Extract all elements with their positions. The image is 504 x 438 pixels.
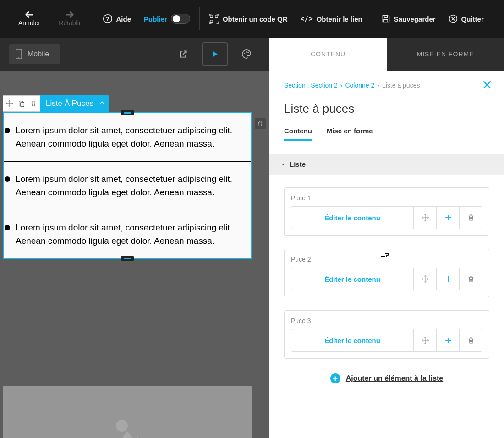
qr-button[interactable]: Obtenir un code QR [203, 14, 294, 24]
bullet-icon [5, 225, 10, 230]
plus-icon [444, 336, 452, 345]
svg-text:?: ? [106, 16, 110, 22]
save-button[interactable]: Sauvegarder [375, 14, 442, 23]
resize-handle-top[interactable] [121, 110, 134, 115]
puce-card-1: Puce 1 Éditer le contenu [284, 187, 489, 236]
redo-label: Rétablir [59, 19, 81, 27]
add-list-item-label: Ajouter un élément à la liste [346, 374, 444, 383]
add-puce-button[interactable] [436, 268, 459, 290]
section-header-list[interactable]: Liste [269, 154, 504, 175]
properties-panel: CONTENU MISE EN FORME Section : Section … [269, 38, 504, 438]
copy-icon[interactable] [18, 100, 25, 107]
move-icon[interactable] [6, 100, 13, 107]
publish-toggle[interactable]: Publier [137, 14, 197, 24]
undo-button[interactable]: Annuler [9, 7, 49, 30]
trash-icon [257, 120, 264, 127]
close-panel-button[interactable] [481, 79, 493, 93]
preview-button[interactable] [202, 42, 228, 66]
move-icon [421, 214, 429, 222]
add-list-item-button[interactable]: + Ajouter un élément à la liste [284, 373, 489, 383]
close-circle-icon [449, 14, 458, 23]
inner-tab-content[interactable]: Contenu [284, 127, 312, 141]
trash-icon[interactable] [30, 100, 37, 107]
resize-handle-bottom[interactable] [121, 256, 134, 261]
link-button[interactable]: </> Obtenir le lien [294, 15, 369, 23]
add-puce-button[interactable] [436, 207, 459, 229]
chevron-up-icon[interactable] [99, 99, 109, 108]
mobile-view-button[interactable]: Mobile [9, 44, 60, 64]
svg-rect-2 [210, 15, 213, 18]
help-button[interactable]: ? Aide [96, 14, 138, 24]
quit-button[interactable]: Quitter [442, 14, 490, 23]
bullet-icon [5, 128, 10, 133]
breadcrumb: Section : Section 2 › Colonne 2 › Liste … [284, 82, 489, 89]
svg-point-7 [18, 57, 19, 58]
save-label: Sauvegarder [394, 15, 436, 23]
tab-format[interactable]: MISE EN FORME [387, 38, 504, 71]
svg-point-9 [246, 51, 247, 52]
section-header-label: Liste [290, 160, 306, 168]
breadcrumb-section[interactable]: Section : Section 2 [284, 82, 338, 89]
external-button[interactable] [174, 45, 192, 63]
divider [199, 7, 200, 30]
delete-element-button[interactable] [255, 118, 266, 129]
save-icon [381, 14, 390, 23]
redo-button[interactable]: Rétablir [49, 7, 90, 30]
svg-rect-12 [20, 102, 24, 106]
delete-puce-button[interactable] [459, 207, 482, 229]
palette-button[interactable] [237, 45, 256, 63]
inner-tab-format[interactable]: Mise en forme [327, 127, 373, 141]
move-puce-button[interactable] [413, 329, 436, 351]
svg-point-8 [244, 53, 245, 54]
divider [93, 7, 93, 30]
move-icon [421, 275, 429, 283]
svg-rect-3 [210, 20, 213, 23]
move-icon [421, 336, 429, 345]
edit-content-button[interactable]: Éditer le contenu [291, 268, 413, 290]
puce-card-3: Puce 3 Éditer le contenu [284, 310, 489, 359]
breadcrumb-column[interactable]: Colonne 2 [345, 82, 374, 89]
move-puce-button[interactable] [413, 207, 436, 229]
selected-element[interactable]: Lorem ipsum dolor sit amet, consectetuer… [3, 112, 252, 259]
quit-label: Quitter [461, 15, 484, 23]
plus-icon [444, 214, 452, 222]
add-puce-button[interactable] [436, 329, 459, 351]
view-bar: Mobile [0, 38, 269, 71]
link-label: Obtenir le lien [317, 15, 362, 23]
mobile-icon [16, 49, 22, 59]
panel-title: Liste à puces [284, 102, 489, 116]
cursor-icon [380, 249, 389, 260]
external-icon [179, 49, 188, 59]
list-item-text: Lorem ipsum dolor sit amet, consectetuer… [16, 124, 247, 150]
top-toolbar: Annuler Rétablir ? Aide Publier Obtenir … [0, 0, 504, 38]
canvas: Mobile Liste À Puces [0, 38, 269, 438]
chevron-down-icon [280, 162, 286, 167]
edit-content-button[interactable]: Éditer le contenu [291, 207, 413, 229]
code-icon: </> [301, 15, 313, 23]
help-icon: ? [103, 14, 113, 24]
edit-content-button[interactable]: Éditer le contenu [291, 329, 413, 351]
undo-icon [24, 11, 34, 18]
undo-label: Annuler [18, 19, 40, 27]
list-item-text: Lorem ipsum dolor sit amet, consectetuer… [16, 221, 247, 247]
plus-circle-icon: + [330, 373, 340, 383]
redo-icon [65, 11, 75, 18]
element-label-chip[interactable]: Liste À Puces [3, 95, 109, 112]
tab-content[interactable]: CONTENU [269, 38, 387, 71]
list-item: Lorem ipsum dolor sit amet, consectetuer… [4, 210, 251, 258]
list-item: Lorem ipsum dolor sit amet, consectetuer… [4, 162, 251, 210]
play-icon [211, 50, 219, 58]
move-puce-button[interactable] [413, 268, 436, 290]
publish-label: Publier [144, 15, 167, 23]
plus-icon [444, 275, 452, 283]
delete-puce-button[interactable] [459, 329, 482, 351]
list-item: Lorem ipsum dolor sit amet, consectetuer… [4, 113, 251, 162]
help-label: Aide [116, 15, 131, 23]
publish-switch[interactable] [171, 14, 190, 24]
breadcrumb-current: Liste à puces [382, 82, 420, 89]
puce-name: Puce 1 [291, 194, 482, 202]
mobile-label: Mobile [27, 50, 49, 58]
divider [372, 7, 372, 30]
svg-point-10 [247, 52, 248, 53]
delete-puce-button[interactable] [459, 268, 482, 290]
